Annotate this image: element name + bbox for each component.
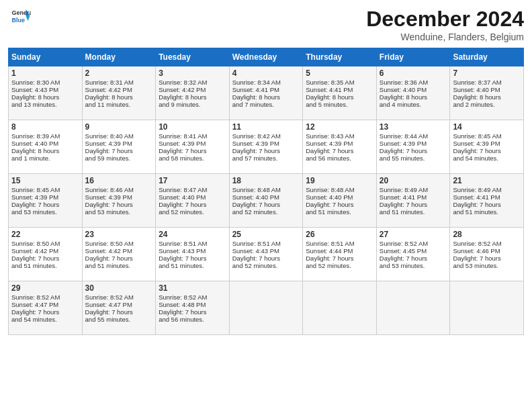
- day-number: 24: [159, 230, 226, 239]
- location-subtitle: Wenduine, Flanders, Belgium: [366, 32, 524, 42]
- sunset: Sunset: 4:39 PM: [85, 140, 132, 147]
- calendar-cell: 15 Sunrise: 8:45 AM Sunset: 4:39 PM Dayl…: [9, 174, 83, 228]
- sunrise: Sunrise: 8:49 AM: [380, 186, 428, 193]
- calendar-week-1: 8 Sunrise: 8:39 AM Sunset: 4:40 PM Dayli…: [9, 120, 524, 174]
- calendar-cell: 4 Sunrise: 8:34 AM Sunset: 4:41 PM Dayli…: [229, 66, 303, 120]
- daylight-minutes: and 56 minutes.: [159, 316, 204, 323]
- daylight-minutes: and 1 minute.: [11, 154, 50, 162]
- daylight-minutes: and 53 minutes.: [11, 208, 57, 216]
- calendar-cell: 3 Sunrise: 8:32 AM Sunset: 4:42 PM Dayli…: [156, 66, 230, 120]
- sunrise: Sunrise: 8:30 AM: [11, 79, 60, 86]
- logo-icon: General Blue: [11, 7, 31, 27]
- day-number: 20: [380, 176, 447, 185]
- calendar-cell: [376, 281, 450, 335]
- calendar-cell: 17 Sunrise: 8:47 AM Sunset: 4:40 PM Dayl…: [156, 174, 230, 228]
- sunrise: Sunrise: 8:35 AM: [306, 79, 354, 86]
- calendar-cell: 31 Sunrise: 8:52 AM Sunset: 4:48 PM Dayl…: [156, 281, 230, 335]
- col-thursday: Thursday: [303, 48, 377, 66]
- daylight-minutes: and 51 minutes.: [380, 208, 425, 216]
- month-title: December 2024: [366, 7, 524, 32]
- day-number: 3: [159, 68, 226, 78]
- sunrise: Sunrise: 8:52 AM: [159, 293, 207, 301]
- calendar-cell: 24 Sunrise: 8:51 AM Sunset: 4:43 PM Dayl…: [156, 228, 230, 281]
- daylight-hours: Daylight: 7 hours: [159, 308, 206, 316]
- sunset: Sunset: 4:39 PM: [380, 140, 427, 147]
- calendar-cell: 9 Sunrise: 8:40 AM Sunset: 4:39 PM Dayli…: [82, 120, 156, 174]
- daylight-minutes: and 57 minutes.: [232, 154, 278, 162]
- calendar-cell: [303, 281, 377, 335]
- sunrise: Sunrise: 8:52 AM: [85, 293, 134, 301]
- day-number: 19: [306, 176, 373, 185]
- sunset: Sunset: 4:40 PM: [306, 193, 353, 201]
- sunrise: Sunrise: 8:52 AM: [453, 240, 501, 247]
- daylight-minutes: and 52 minutes.: [232, 208, 278, 216]
- sunset: Sunset: 4:47 PM: [85, 301, 132, 308]
- sunrise: Sunrise: 8:52 AM: [380, 240, 428, 247]
- sunrise: Sunrise: 8:47 AM: [159, 186, 207, 193]
- daylight-minutes: and 13 minutes.: [11, 101, 57, 108]
- sunrise: Sunrise: 8:41 AM: [159, 132, 207, 140]
- col-monday: Monday: [82, 48, 156, 66]
- sunset: Sunset: 4:43 PM: [159, 247, 206, 255]
- daylight-minutes: and 5 minutes.: [306, 101, 347, 108]
- daylight-minutes: and 52 minutes.: [232, 262, 278, 269]
- sunset: Sunset: 4:41 PM: [380, 193, 427, 201]
- calendar-cell: 10 Sunrise: 8:41 AM Sunset: 4:39 PM Dayl…: [156, 120, 230, 174]
- daylight-hours: Daylight: 7 hours: [306, 201, 353, 208]
- daylight-hours: Daylight: 7 hours: [453, 255, 500, 262]
- sunset: Sunset: 4:41 PM: [232, 86, 279, 93]
- day-number: 5: [306, 68, 373, 78]
- calendar-cell: 29 Sunrise: 8:52 AM Sunset: 4:47 PM Dayl…: [9, 281, 83, 335]
- col-wednesday: Wednesday: [229, 48, 303, 66]
- day-number: 26: [306, 230, 373, 239]
- day-number: 21: [453, 176, 521, 185]
- sunrise: Sunrise: 8:51 AM: [159, 240, 207, 247]
- daylight-minutes: and 54 minutes.: [453, 154, 498, 162]
- sunrise: Sunrise: 8:49 AM: [453, 186, 501, 193]
- title-section: December 2024 Wenduine, Flanders, Belgiu…: [366, 7, 524, 42]
- day-number: 17: [159, 176, 226, 185]
- calendar-cell: 16 Sunrise: 8:46 AM Sunset: 4:39 PM Dayl…: [82, 174, 156, 228]
- daylight-minutes: and 53 minutes.: [85, 208, 131, 216]
- calendar-cell: 27 Sunrise: 8:52 AM Sunset: 4:45 PM Dayl…: [376, 228, 450, 281]
- daylight-minutes: and 7 minutes.: [232, 101, 274, 108]
- sunset: Sunset: 4:39 PM: [159, 140, 206, 147]
- calendar-week-0: 1 Sunrise: 8:30 AM Sunset: 4:43 PM Dayli…: [9, 66, 524, 120]
- sunrise: Sunrise: 8:44 AM: [380, 132, 428, 140]
- daylight-hours: Daylight: 7 hours: [380, 201, 427, 208]
- col-friday: Friday: [376, 48, 450, 66]
- sunrise: Sunrise: 8:50 AM: [85, 240, 134, 247]
- daylight-hours: Daylight: 8 hours: [11, 93, 59, 101]
- calendar-cell: 26 Sunrise: 8:51 AM Sunset: 4:44 PM Dayl…: [303, 228, 377, 281]
- sunset: Sunset: 4:39 PM: [453, 140, 500, 147]
- day-number: 14: [453, 122, 521, 132]
- daylight-minutes: and 2 minutes.: [453, 101, 494, 108]
- sunrise: Sunrise: 8:46 AM: [85, 186, 134, 193]
- daylight-hours: Daylight: 8 hours: [306, 93, 353, 101]
- sunset: Sunset: 4:42 PM: [159, 86, 206, 93]
- daylight-hours: Daylight: 7 hours: [232, 255, 280, 262]
- daylight-hours: Daylight: 7 hours: [85, 308, 133, 316]
- calendar-cell: 30 Sunrise: 8:52 AM Sunset: 4:47 PM Dayl…: [82, 281, 156, 335]
- daylight-hours: Daylight: 7 hours: [453, 147, 500, 154]
- daylight-minutes: and 56 minutes.: [306, 154, 351, 162]
- day-number: 18: [232, 176, 300, 185]
- sunset: Sunset: 4:43 PM: [11, 86, 58, 93]
- daylight-hours: Daylight: 7 hours: [11, 255, 59, 262]
- calendar-cell: 1 Sunrise: 8:30 AM Sunset: 4:43 PM Dayli…: [9, 66, 83, 120]
- calendar-table: Sunday Monday Tuesday Wednesday Thursday…: [8, 48, 524, 335]
- daylight-hours: Daylight: 7 hours: [306, 147, 353, 154]
- calendar-week-4: 29 Sunrise: 8:52 AM Sunset: 4:47 PM Dayl…: [9, 281, 524, 335]
- daylight-hours: Daylight: 8 hours: [159, 93, 206, 101]
- sunset: Sunset: 4:40 PM: [159, 193, 206, 201]
- daylight-minutes: and 52 minutes.: [306, 262, 351, 269]
- calendar-cell: 14 Sunrise: 8:45 AM Sunset: 4:39 PM Dayl…: [450, 120, 524, 174]
- sunset: Sunset: 4:42 PM: [85, 86, 132, 93]
- sunset: Sunset: 4:40 PM: [380, 86, 427, 93]
- logo: General Blue: [8, 7, 31, 27]
- sunrise: Sunrise: 8:31 AM: [85, 79, 134, 86]
- sunset: Sunset: 4:39 PM: [85, 193, 132, 201]
- sunset: Sunset: 4:41 PM: [306, 86, 353, 93]
- daylight-hours: Daylight: 7 hours: [232, 201, 280, 208]
- header: General Blue December 2024 Wenduine, Fla…: [8, 7, 524, 42]
